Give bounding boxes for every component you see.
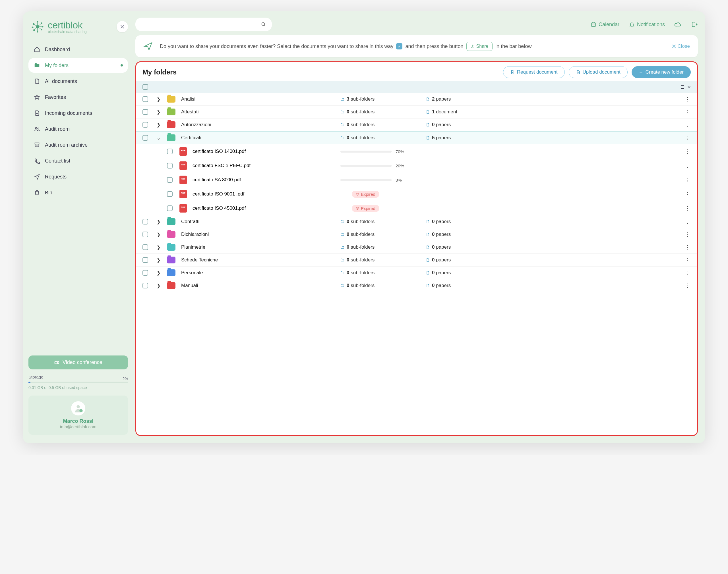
row-more-button[interactable]: ⋮ xyxy=(684,191,691,197)
user-name: Marco Rossi xyxy=(34,418,122,424)
row-more-button[interactable]: ⋮ xyxy=(684,270,691,276)
row-more-button[interactable]: ⋮ xyxy=(684,96,691,102)
folder-icon xyxy=(167,270,176,276)
row-more-button[interactable]: ⋮ xyxy=(684,148,691,155)
row-checkbox[interactable] xyxy=(167,191,173,197)
row-checkbox[interactable] xyxy=(143,270,148,276)
logo-text: certiblok blockchain data sharing xyxy=(48,20,87,34)
file-name: certificato ISO 45001.pdf xyxy=(193,205,340,211)
chevron-right-icon[interactable]: ❯ xyxy=(155,270,162,276)
bell-icon xyxy=(629,22,635,27)
row-checkbox[interactable] xyxy=(143,109,148,115)
check-icon: ✓ xyxy=(396,43,403,49)
nav-audit-room[interactable]: Audit room xyxy=(29,122,128,136)
row-more-button[interactable]: ⋮ xyxy=(684,205,691,211)
file-row[interactable]: certificato ISO 45001.pdf Expired⋮ xyxy=(136,201,697,215)
notifications-link[interactable]: Notifications xyxy=(629,22,665,28)
nav-my-folders[interactable]: My folders xyxy=(29,58,128,73)
row-checkbox[interactable] xyxy=(143,257,148,263)
folder-row[interactable]: ❯Manuali0 sub-folders0 papers⋮ xyxy=(136,279,697,292)
request-label: Request document xyxy=(517,69,558,75)
chevron-right-icon[interactable]: ❯ xyxy=(155,245,162,250)
avatar-icon xyxy=(71,401,85,415)
row-checkbox[interactable] xyxy=(143,96,148,102)
chevron-right-icon[interactable]: ❯ xyxy=(155,283,162,288)
nav-contacts[interactable]: Contact list xyxy=(29,154,128,168)
row-more-button[interactable]: ⋮ xyxy=(684,122,691,128)
folder-row[interactable]: ❯Analisi3 sub-folders2 papers⋮ xyxy=(136,93,697,106)
row-more-button[interactable]: ⋮ xyxy=(684,231,691,238)
row-checkbox[interactable] xyxy=(143,283,148,288)
folder-row[interactable]: ❯Personale0 sub-folders0 papers⋮ xyxy=(136,266,697,279)
expired-badge: Expired xyxy=(352,205,379,212)
chevron-right-icon[interactable]: ❯ xyxy=(155,257,162,263)
nav-favorites[interactable]: Favorites xyxy=(29,90,128,105)
row-checkbox[interactable] xyxy=(167,177,173,183)
folder-row[interactable]: ❯Planimetrie0 sub-folders0 papers⋮ xyxy=(136,241,697,254)
search-input[interactable] xyxy=(141,22,261,27)
row-more-button[interactable]: ⋮ xyxy=(684,244,691,250)
row-checkbox[interactable] xyxy=(143,244,148,250)
file-row[interactable]: certificato ISO 9001 .pdf Expired⋮ xyxy=(136,187,697,201)
video-conference-button[interactable]: Video conference xyxy=(29,356,128,369)
chevron-right-icon[interactable]: ❯ xyxy=(155,110,162,115)
file-row[interactable]: certificato SA 8000.pdf3%⋮ xyxy=(136,173,697,187)
chevron-right-icon[interactable]: ❯ xyxy=(155,96,162,102)
nav-incoming[interactable]: Incoming documents xyxy=(29,106,128,121)
row-checkbox[interactable] xyxy=(143,122,148,128)
chevron-right-icon[interactable]: ❯ xyxy=(155,122,162,128)
row-more-button[interactable]: ⋮ xyxy=(684,163,691,169)
row-checkbox[interactable] xyxy=(167,205,173,211)
logout-button[interactable] xyxy=(691,21,698,28)
row-checkbox[interactable] xyxy=(143,219,148,224)
row-checkbox[interactable] xyxy=(143,135,148,141)
row-more-button[interactable]: ⋮ xyxy=(684,282,691,289)
sync-button[interactable] xyxy=(675,21,681,28)
nav-all-documents[interactable]: All documents xyxy=(29,74,128,89)
collapse-sidebar-button[interactable] xyxy=(117,21,128,32)
create-folder-button[interactable]: Create new folder xyxy=(631,66,691,78)
banner-close-button[interactable]: Close xyxy=(672,43,690,49)
progress-bar xyxy=(340,179,392,181)
folder-name: Manuali xyxy=(181,283,340,288)
request-document-button[interactable]: Request document xyxy=(503,66,565,78)
row-checkbox[interactable] xyxy=(143,232,148,237)
archive-icon xyxy=(34,141,40,148)
folder-row[interactable]: ❯Contratti0 sub-folders0 papers⋮ xyxy=(136,215,697,228)
chevron-right-icon[interactable]: ❯ xyxy=(155,232,162,237)
nav-requests[interactable]: Requests xyxy=(29,169,128,184)
folder-row[interactable]: ❯Dichiarazioni0 sub-folders0 papers⋮ xyxy=(136,228,697,241)
papers-count: 0 papers xyxy=(426,244,500,250)
calendar-link[interactable]: Calendar xyxy=(591,22,619,28)
file-status: Expired xyxy=(340,205,426,212)
row-more-button[interactable]: ⋮ xyxy=(684,257,691,263)
row-more-button[interactable]: ⋮ xyxy=(684,135,691,141)
trash-icon xyxy=(34,189,40,196)
nav-dashboard[interactable]: Dashboard xyxy=(29,42,128,57)
folder-row[interactable]: ❯Attestati0 sub-folders1 document⋮ xyxy=(136,106,697,119)
file-row[interactable]: certificato ISO 14001.pdf70%⋮ xyxy=(136,145,697,159)
folder-row[interactable]: ⌄Certificati0 sub-folders5 papers⋮ xyxy=(136,131,697,145)
search-input-wrap[interactable] xyxy=(136,17,272,31)
folder-icon xyxy=(167,109,176,115)
folder-icon xyxy=(167,244,176,251)
nav-audit-archive[interactable]: Audit room archive xyxy=(29,137,128,152)
document-outline-icon xyxy=(426,123,430,127)
folder-row[interactable]: ❯Schede Tecniche0 sub-folders0 papers⋮ xyxy=(136,254,697,266)
folder-row[interactable]: ❯Autorizzazioni0 sub-folders0 papers⋮ xyxy=(136,119,697,131)
svg-rect-20 xyxy=(55,361,58,363)
row-checkbox[interactable] xyxy=(167,163,173,168)
row-checkbox[interactable] xyxy=(167,149,173,154)
row-more-button[interactable]: ⋮ xyxy=(684,177,691,183)
nav-bin[interactable]: Bin xyxy=(29,185,128,200)
row-more-button[interactable]: ⋮ xyxy=(684,218,691,225)
view-toggle[interactable] xyxy=(679,84,691,90)
row-more-button[interactable]: ⋮ xyxy=(684,109,691,115)
upload-document-button[interactable]: Upload document xyxy=(569,66,627,78)
folder-name: Autorizzazioni xyxy=(181,122,340,128)
chevron-right-icon[interactable]: ❯ xyxy=(155,219,162,224)
file-row[interactable]: certificato FSC e PEFC.pdf20%⋮ xyxy=(136,159,697,173)
select-all-checkbox[interactable] xyxy=(143,84,148,90)
chevron-down-icon[interactable]: ⌄ xyxy=(155,135,162,141)
subfolders-count: 0 sub-folders xyxy=(340,122,426,128)
